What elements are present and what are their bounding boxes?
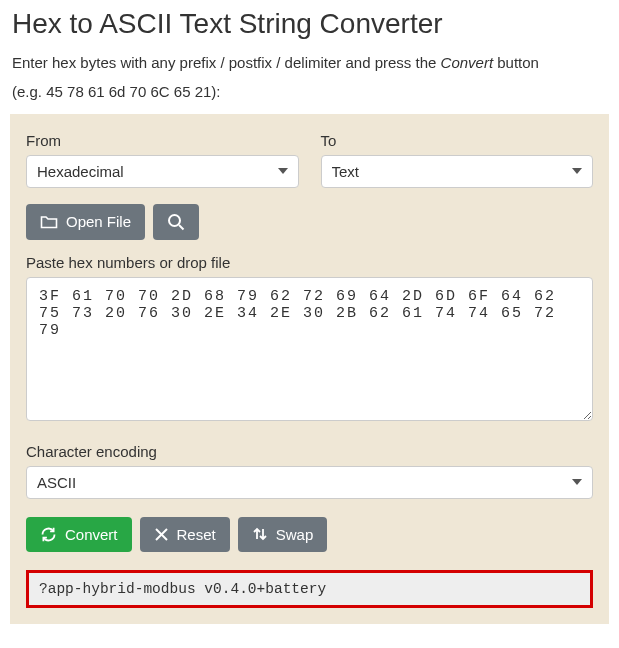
intro-emphasis: Convert bbox=[441, 54, 494, 71]
reset-button[interactable]: Reset bbox=[140, 517, 230, 552]
search-button[interactable] bbox=[153, 204, 199, 240]
intro-text: Enter hex bytes with any prefix / postfi… bbox=[0, 52, 619, 83]
convert-label: Convert bbox=[65, 526, 118, 543]
open-file-label: Open File bbox=[66, 213, 131, 230]
result-output: ?app-hybrid-modbus v0.4.0+battery bbox=[26, 570, 593, 608]
converter-panel: From Hexadecimal To Text Open File bbox=[10, 114, 609, 624]
from-label: From bbox=[26, 132, 299, 149]
to-label: To bbox=[321, 132, 594, 149]
encoding-label: Character encoding bbox=[26, 443, 593, 460]
intro-prefix: Enter hex bytes with any prefix / postfi… bbox=[12, 54, 441, 71]
encoding-select[interactable]: ASCII bbox=[26, 466, 593, 499]
from-select[interactable]: Hexadecimal bbox=[26, 155, 299, 188]
swap-button[interactable]: Swap bbox=[238, 517, 328, 552]
swap-label: Swap bbox=[276, 526, 314, 543]
intro-suffix: button bbox=[493, 54, 539, 71]
close-icon bbox=[154, 527, 169, 542]
svg-line-1 bbox=[179, 225, 184, 230]
folder-icon bbox=[40, 214, 58, 230]
hex-input-label: Paste hex numbers or drop file bbox=[26, 254, 593, 271]
svg-point-0 bbox=[169, 215, 180, 226]
to-select[interactable]: Text bbox=[321, 155, 594, 188]
refresh-icon bbox=[40, 526, 57, 543]
swap-icon bbox=[252, 526, 268, 542]
search-icon bbox=[167, 213, 185, 231]
reset-label: Reset bbox=[177, 526, 216, 543]
hex-input[interactable] bbox=[26, 277, 593, 421]
open-file-button[interactable]: Open File bbox=[26, 204, 145, 240]
example-text: (e.g. 45 78 61 6d 70 6C 65 21): bbox=[0, 83, 619, 114]
page-title: Hex to ASCII Text String Converter bbox=[0, 0, 619, 52]
convert-button[interactable]: Convert bbox=[26, 517, 132, 552]
